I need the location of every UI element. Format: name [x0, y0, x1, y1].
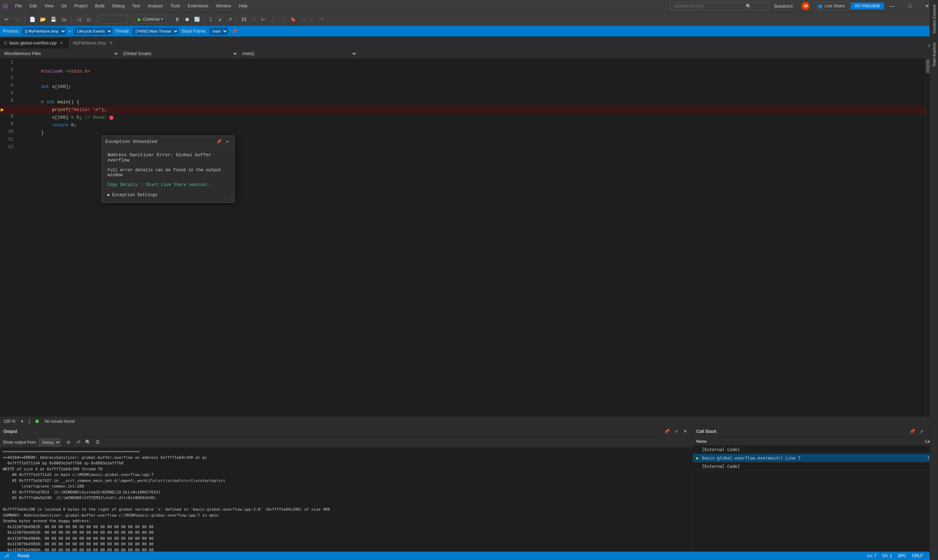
debug-bookmark[interactable]: 🔖: [288, 15, 297, 24]
debug-nav2[interactable]: ⟩: [278, 15, 288, 24]
debug-stop[interactable]: ⏹: [183, 15, 192, 24]
scope-select-2[interactable]: (Global Scope): [119, 49, 238, 58]
bottom-area: Output 📌 ⤢ ✕ Show output from: Debug ⊘ ⏎…: [0, 426, 938, 552]
toolbar-sep4: [131, 16, 131, 23]
cs-row-3-arrow: [696, 464, 702, 469]
maximize-button[interactable]: □: [901, 0, 918, 12]
toolbar-new[interactable]: 📄: [28, 15, 37, 24]
code-line-2: [0, 68, 926, 75]
cs-row-main[interactable]: ▶ basic-global-overflow.exe!main() Line …: [693, 454, 938, 462]
debug-step-into[interactable]: ↙: [216, 15, 225, 24]
menu-help[interactable]: Help: [235, 2, 251, 10]
search-icon: 🔍: [746, 3, 751, 9]
debug-pause[interactable]: ⏸: [173, 15, 182, 24]
dialog-pin-button[interactable]: 📌: [215, 138, 222, 145]
toolbar-redo[interactable]: ↪: [12, 15, 22, 24]
title-bar: ⊠ File Edit View Git Project Build Debug…: [0, 0, 938, 12]
no-issues-label: No issues found: [45, 419, 75, 424]
output-filter-button[interactable]: ☰: [94, 438, 101, 446]
debug-restart[interactable]: 🔄: [192, 15, 201, 24]
cs-row-external-2[interactable]: [External Code]: [693, 462, 938, 471]
editor-scroll-thumb[interactable]: [926, 59, 930, 73]
debug-bp-back[interactable]: ⊣: [249, 15, 258, 24]
debug-bp-fwd[interactable]: ⊢: [259, 15, 268, 24]
int-preview-label: INT PREVIEW: [855, 4, 880, 8]
live-share-button[interactable]: 👥 Live Share: [813, 2, 849, 10]
output-find-button[interactable]: 🔍: [84, 438, 92, 446]
live-share-label: Live Share: [824, 3, 844, 8]
menu-edit[interactable]: Edit: [26, 2, 40, 10]
stack-label: Stack Frame:: [181, 29, 206, 34]
toolbar-forward[interactable]: ▷: [85, 15, 94, 24]
sidebar-team-explorer[interactable]: Team Explorer: [931, 49, 938, 71]
output-source-select[interactable]: Debug: [39, 438, 61, 446]
ready-status: Ready: [17, 553, 30, 558]
toolbar-save[interactable]: 💾: [49, 15, 58, 24]
toolbar-save-all[interactable]: 🗂: [59, 15, 68, 24]
dialog-resize-handle[interactable]: ⋯: [230, 196, 232, 201]
output-toggle-wrap[interactable]: ⏎: [74, 438, 82, 446]
debug-bm-clear[interactable]: ✕: [318, 15, 327, 24]
live-share-session-link[interactable]: Start Live Share session...: [146, 183, 214, 188]
lifecycle-icon: ▸: [69, 29, 71, 34]
line-ending-status: CRLF: [912, 553, 923, 558]
tab-cpp-close[interactable]: ✕: [58, 40, 64, 46]
toolbar: ↩ ↪ 📄 📂 💾 🗂 ◁ ▷ ▶ Continue ▾ ⏸ ⏹ 🔄 ⤵ ↙ ↗…: [0, 12, 938, 26]
output-panel-controls: 📌 ⤢ ✕: [663, 428, 689, 435]
int-preview-button[interactable]: INT PREVIEW: [851, 2, 884, 9]
menu-extensions[interactable]: Extensions: [184, 2, 212, 10]
callstack-pin-button[interactable]: 📌: [909, 428, 916, 435]
menu-analyze[interactable]: Analyze: [144, 2, 166, 10]
copy-details-link[interactable]: Copy Details: [108, 183, 138, 188]
output-pin-button[interactable]: 📌: [663, 428, 671, 435]
lifecycle-select[interactable]: Lifecycle Events: [74, 27, 112, 35]
dialog-close-button[interactable]: ✕: [224, 138, 231, 145]
sep6: [203, 16, 204, 23]
fold-5[interactable]: ⊟: [41, 100, 44, 105]
menu-git[interactable]: Git: [58, 2, 70, 10]
editor-scrollbar[interactable]: [926, 58, 930, 416]
target-dropdown[interactable]: [100, 15, 128, 24]
menu-debug[interactable]: Debug: [109, 2, 128, 10]
tab-dmp[interactable]: MyFileName.dmp ✕: [69, 37, 118, 48]
thread-select[interactable]: [74992] Main Thread: [132, 27, 178, 35]
debug-bm-prev[interactable]: ◁: [298, 15, 307, 24]
debug-nav1[interactable]: ⟨: [269, 15, 278, 24]
exception-settings-row[interactable]: ▶ Exception Settings: [108, 192, 229, 197]
error-indicator-7: [109, 115, 114, 120]
tab-dmp-close[interactable]: ✕: [108, 40, 114, 46]
debug-step-over[interactable]: ⤵: [206, 15, 215, 24]
menu-file[interactable]: File: [12, 2, 25, 10]
menu-test[interactable]: Test: [129, 2, 144, 10]
debug-hex[interactable]: 16: [239, 15, 248, 24]
output-content[interactable]: ========================================…: [0, 448, 692, 552]
process-select[interactable]: [] MyFileName.dmp: [22, 27, 66, 35]
tab-cpp[interactable]: C basic-global-overflow.cpp ✕: [0, 37, 69, 48]
toolbar-undo[interactable]: ↩: [2, 15, 11, 24]
menu-project[interactable]: Project: [71, 2, 91, 10]
debug-bm-next[interactable]: ▷: [308, 15, 317, 24]
output-expand-button[interactable]: ⤢: [672, 428, 680, 435]
scope-select-3[interactable]: main(): [238, 49, 357, 58]
toolbar-open[interactable]: 📂: [38, 15, 47, 24]
debug-step-out[interactable]: ↗: [226, 15, 235, 24]
scope-select-1[interactable]: Miscellaneous Files: [0, 49, 119, 58]
callstack-expand-button[interactable]: ⤢: [918, 428, 926, 435]
menu-tools[interactable]: Tools: [167, 2, 183, 10]
cs-row-external-1[interactable]: [External Code]: [693, 446, 938, 454]
output-close-button[interactable]: ✕: [681, 428, 689, 435]
avatar: JR: [801, 2, 810, 10]
zoom-dropdown[interactable]: ▾: [21, 419, 23, 424]
menu-build[interactable]: Build: [92, 2, 108, 10]
search-box[interactable]: 🔍: [670, 2, 769, 10]
search-input[interactable]: [674, 3, 744, 8]
continue-button[interactable]: ▶ Continue ▾: [134, 15, 167, 24]
continue-label: Continue: [143, 17, 160, 22]
output-clear-button[interactable]: ⊘: [65, 438, 72, 446]
callstack-panel-title: Call Stack: [696, 429, 716, 434]
stack-select[interactable]: main: [209, 27, 228, 35]
menu-view[interactable]: View: [41, 2, 57, 10]
toolbar-back[interactable]: ◁: [74, 15, 83, 24]
minimize-button[interactable]: —: [884, 0, 900, 12]
menu-window[interactable]: Window: [212, 2, 235, 10]
